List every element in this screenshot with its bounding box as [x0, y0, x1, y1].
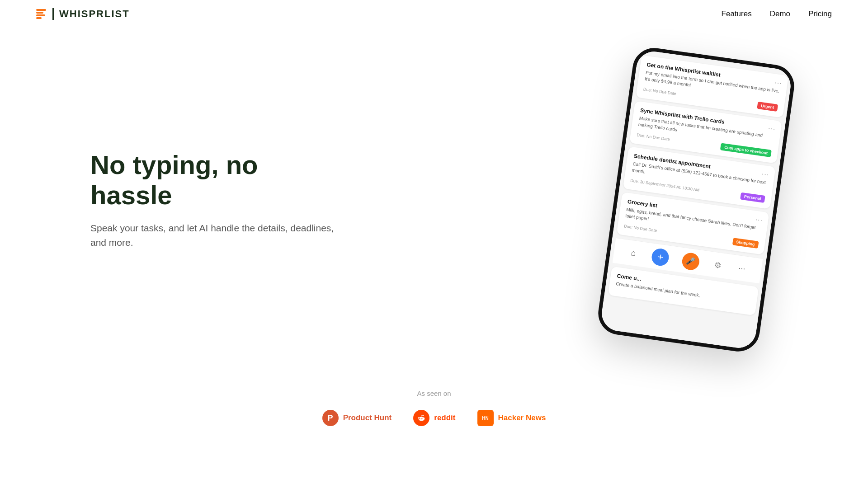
hero-subtitle: Speak your tasks, and let AI handle the … — [90, 221, 344, 249]
hero-title: No typing, no hassle — [90, 150, 344, 210]
settings-icon[interactable]: ⚙ — [712, 259, 724, 271]
task-menu-2[interactable]: ··· — [768, 124, 776, 133]
phone-mockup: ··· Get on the Whisprlist waitlist Put m… — [595, 45, 797, 354]
logo-separator — [52, 8, 54, 20]
logo[interactable]: WHISPRLIST — [36, 8, 130, 20]
brand-product-hunt[interactable]: P Product Hunt — [322, 410, 392, 426]
phone-screen: ··· Get on the Whisprlist waitlist Put m… — [599, 49, 793, 350]
task-tag-4: Shopping — [732, 238, 759, 249]
brand-logos: P Product Hunt reddit HN Hacker News — [0, 410, 868, 426]
reddit-label: reddit — [434, 413, 455, 422]
task-menu-4[interactable]: ··· — [755, 216, 764, 225]
task-due-2: Due: No Due Date — [637, 132, 670, 141]
as-seen-label: As seen on — [0, 389, 868, 397]
task-tag-3: Personal — [740, 192, 765, 203]
task-menu-3[interactable]: ··· — [761, 170, 770, 179]
as-seen-section: As seen on P Product Hunt reddit HN Hack… — [0, 362, 868, 444]
more-icon[interactable]: ··· — [736, 262, 748, 274]
logo-text: WHISPRLIST — [59, 8, 130, 20]
hero-section: No typing, no hassle Speak your tasks, a… — [0, 28, 868, 362]
nav-pricing[interactable]: Pricing — [808, 9, 832, 18]
brand-reddit[interactable]: reddit — [413, 410, 455, 426]
nav-links: Features Demo Pricing — [722, 9, 832, 19]
logo-icon — [36, 9, 46, 19]
task-menu-1[interactable]: ··· — [774, 79, 783, 88]
mic-button[interactable]: 🎤 — [681, 252, 700, 271]
navbar: WHISPRLIST Features Demo Pricing — [0, 0, 868, 28]
task-due-1: Due: No Due Date — [643, 87, 676, 96]
home-icon[interactable]: ⌂ — [627, 247, 639, 259]
add-button[interactable]: + — [651, 247, 670, 267]
task-due-4: Due: No Due Date — [624, 224, 657, 233]
product-hunt-icon: P — [322, 410, 339, 426]
brand-hacker-news[interactable]: HN Hacker News — [477, 410, 546, 426]
reddit-icon — [413, 410, 429, 426]
task-tag-1: Urgent — [757, 102, 778, 112]
nav-features[interactable]: Features — [722, 9, 752, 18]
phone-shell: ··· Get on the Whisprlist waitlist Put m… — [595, 45, 797, 354]
nav-demo[interactable]: Demo — [770, 9, 790, 18]
hacker-news-icon: HN — [477, 410, 494, 426]
hacker-news-label: Hacker News — [498, 413, 546, 422]
product-hunt-label: Product Hunt — [343, 413, 392, 422]
hero-text-block: No typing, no hassle Speak your tasks, a… — [90, 150, 344, 249]
